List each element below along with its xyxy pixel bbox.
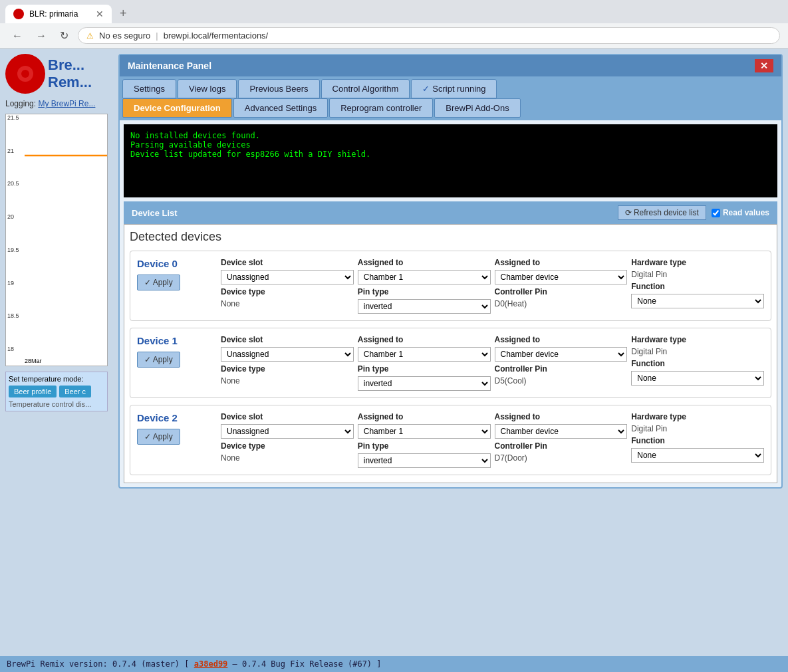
device-2-apply-button[interactable]: ✓ Apply xyxy=(137,429,180,445)
tab-view-logs[interactable]: View logs xyxy=(178,79,237,98)
new-tab-button[interactable]: + xyxy=(114,4,132,23)
reload-button[interactable]: ↻ xyxy=(56,28,72,43)
device-2-id-col: Device 2 ✓ Apply xyxy=(137,412,217,445)
device-0-pintype-select[interactable]: inverted xyxy=(358,299,491,314)
device-2-pintype-select[interactable]: inverted xyxy=(358,453,491,468)
tab-script-running[interactable]: ✓ Script running xyxy=(411,79,497,98)
device-1-slot-select[interactable]: Unassigned xyxy=(221,347,354,362)
tab-brewpi-addons[interactable]: BrewPi Add-Ons xyxy=(434,98,520,118)
device-2-assigned1-select[interactable]: Chamber 1 xyxy=(358,424,491,439)
device-1-assigned1-select[interactable]: Chamber 1 xyxy=(358,347,491,362)
device-2-assigned1-label: Assigned to xyxy=(358,412,491,421)
console-line-2: Parsing available devices xyxy=(130,140,771,150)
chart-area: Temperature (°C) 21.5 21 20.5 20 19.5 19… xyxy=(5,114,108,366)
device-list-header: Device List ⟳ Refresh device list Read v… xyxy=(124,201,777,224)
device-2-function-label: Function xyxy=(631,436,764,445)
device-0-assigned2-label: Assigned to xyxy=(495,258,628,267)
panel-title: Maintenance Panel xyxy=(128,60,211,71)
detected-title: Detected devices xyxy=(130,230,771,244)
device-card-2: Device 2 ✓ Apply Device slot Unassigned … xyxy=(130,405,771,475)
device-1-id: Device 1 xyxy=(137,335,178,346)
device-list-label: Device List xyxy=(132,208,178,218)
panel-close-button[interactable]: ✕ xyxy=(755,59,773,72)
tab-control-algorithm-label: Control Algorithm xyxy=(332,84,399,94)
device-0-apply-button[interactable]: ✓ Apply xyxy=(137,275,180,290)
tab-settings[interactable]: Settings xyxy=(122,79,176,98)
device-2-assigned-2: Assigned to Chamber device Controller Pi… xyxy=(495,412,628,463)
device-1-slot: Device slot Unassigned Device type None xyxy=(221,335,354,386)
tab-reprogram-label: Reprogram controller xyxy=(340,103,422,113)
device-0-hwtype-value: Digital Pin xyxy=(631,270,764,279)
svg-point-2 xyxy=(21,70,29,78)
device-2-type-value: None xyxy=(221,453,354,463)
device-0-slot: Device slot Unassigned Device type None xyxy=(221,258,354,308)
device-1-function-select[interactable]: None xyxy=(631,371,764,386)
device-2-assigned-1: Assigned to Chamber 1 Pin type inverted xyxy=(358,412,491,468)
tab-brewpi-addons-label: BrewPi Add-Ons xyxy=(446,103,509,113)
device-1-type-label: Device type xyxy=(221,364,354,374)
logo-icon xyxy=(5,54,45,94)
device-2-assigned2-select[interactable]: Chamber device xyxy=(495,424,628,439)
page-body: Bre...Rem... Logging: My BrewPi Re... Te… xyxy=(0,49,788,647)
tab-favicon xyxy=(13,9,24,19)
device-1-hwtype-value: Digital Pin xyxy=(631,347,764,356)
device-0-assigned2-select[interactable]: Chamber device xyxy=(495,270,628,284)
tab-reprogram-controller[interactable]: Reprogram controller xyxy=(329,98,433,118)
tab-device-config-label: Device Configuration xyxy=(134,103,221,113)
browser-nav-bar: ← → ↻ ⚠ No es seguro | brewpi.local/ferm… xyxy=(0,23,788,49)
device-0-pintype-label: Pin type xyxy=(358,287,491,296)
device-1-apply-button[interactable]: ✓ Apply xyxy=(137,352,180,368)
device-0-slot-select[interactable]: Unassigned xyxy=(221,270,354,284)
url-display: brewpi.local/fermentacions/ xyxy=(164,31,269,41)
left-panel: Bre...Rem... Logging: My BrewPi Re... Te… xyxy=(0,49,113,647)
security-label: No es seguro xyxy=(99,31,150,41)
device-2-pintype-label: Pin type xyxy=(358,441,491,451)
logo-area: Bre...Rem... xyxy=(5,54,108,94)
tab-advanced-settings[interactable]: Advanced Settings xyxy=(233,98,328,118)
device-2-function-select[interactable]: None xyxy=(631,448,764,463)
status-text-2: – 0.7.4 Bug Fix Release (#67) ] xyxy=(227,659,381,669)
logging-link[interactable]: My BrewPi Re... xyxy=(38,99,95,108)
logging-label: Logging: My BrewPi Re... xyxy=(5,99,108,108)
device-0-function-select[interactable]: None xyxy=(631,294,764,308)
device-1-controllerpin-value: D5(Cool) xyxy=(495,376,628,386)
beer-profile-button[interactable]: Beer profile xyxy=(9,386,57,397)
status-bar: BrewPi Remix version: 0.7.4 (master) [ a… xyxy=(0,656,788,672)
device-1-type-value: None xyxy=(221,376,354,386)
device-2-type-label: Device type xyxy=(221,441,354,451)
device-2-assigned2-label: Assigned to xyxy=(495,412,628,421)
device-0-assigned1-select[interactable]: Chamber 1 xyxy=(358,270,491,284)
forward-button[interactable]: → xyxy=(32,29,51,43)
url-separator: | xyxy=(156,31,158,41)
device-0-assigned1-label: Assigned to xyxy=(358,258,491,267)
device-0-assigned-2: Assigned to Chamber device Controller Pi… xyxy=(495,258,628,308)
device-0-assigned-1: Assigned to Chamber 1 Pin type inverted xyxy=(358,258,491,314)
tab-row-2: Device Configuration Advanced Settings R… xyxy=(120,98,781,120)
device-0-function-label: Function xyxy=(631,282,764,291)
tab-device-configuration[interactable]: Device Configuration xyxy=(122,98,232,118)
tab-script-running-label: Script running xyxy=(432,84,485,94)
device-1-pintype-select[interactable]: inverted xyxy=(358,376,491,391)
back-button[interactable]: ← xyxy=(8,29,27,43)
device-1-assigned2-select[interactable]: Chamber device xyxy=(495,347,628,362)
device-2-controllerpin-value: D7(Door) xyxy=(495,453,628,463)
refresh-device-list-button[interactable]: ⟳ Refresh device list xyxy=(618,205,706,220)
read-values-label[interactable]: Read values xyxy=(712,208,769,217)
logo-text: Bre...Rem... xyxy=(48,56,92,91)
tab-advanced-settings-label: Advanced Settings xyxy=(245,103,317,113)
beer-button[interactable]: Beer c xyxy=(59,386,91,397)
address-bar[interactable]: ⚠ No es seguro | brewpi.local/fermentaci… xyxy=(78,27,780,44)
tab-close-button[interactable]: ✕ xyxy=(96,9,104,19)
device-2-slot-select[interactable]: Unassigned xyxy=(221,424,354,439)
device-1-id-col: Device 1 ✓ Apply xyxy=(137,335,217,368)
device-1-controllerpin-label: Controller Pin xyxy=(495,364,628,374)
status-commit-link[interactable]: a38ed99 xyxy=(194,659,228,669)
tab-previous-beers[interactable]: Previous Beers xyxy=(238,79,319,98)
active-tab[interactable]: BLR: primaria ✕ xyxy=(5,5,112,23)
tab-control-algorithm[interactable]: Control Algorithm xyxy=(321,79,410,98)
device-2-id: Device 2 xyxy=(137,412,178,423)
device-2-slot: Device slot Unassigned Device type None xyxy=(221,412,354,463)
device-0-id-col: Device 0 ✓ Apply xyxy=(137,258,217,290)
y-axis-label: Temperature (°C) xyxy=(5,342,6,366)
read-values-checkbox[interactable] xyxy=(712,209,720,217)
